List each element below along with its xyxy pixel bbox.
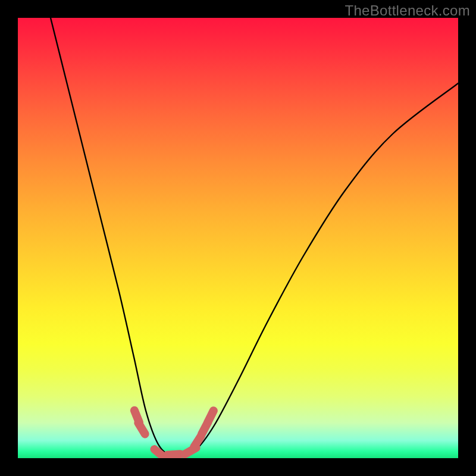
- chart-frame: TheBottleneck.com: [0, 0, 476, 476]
- bottleneck-curve: [51, 18, 458, 456]
- minimum-marker: [138, 423, 145, 434]
- watermark-text: TheBottleneck.com: [345, 2, 470, 19]
- minimum-marker: [208, 411, 214, 422]
- minimum-markers: [134, 411, 214, 458]
- plot-area: [18, 18, 458, 458]
- curve-layer: [18, 18, 458, 458]
- minimum-marker: [167, 454, 180, 455]
